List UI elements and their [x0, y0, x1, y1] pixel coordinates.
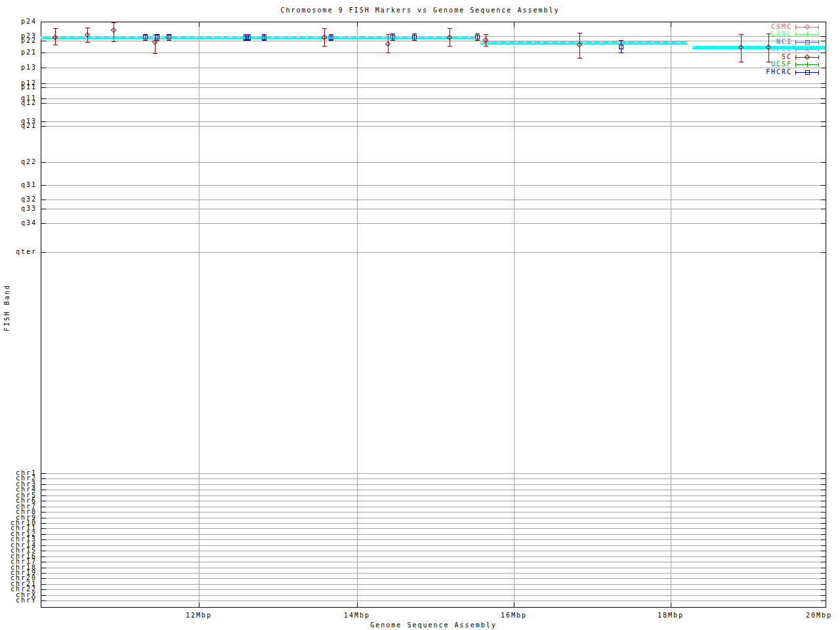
errorbar-cap: [448, 46, 452, 47]
ytick-right-q11: [821, 98, 826, 99]
gridline-q34: [41, 223, 826, 224]
ytick-left-chrX: [41, 595, 46, 596]
errorbar-cap: [329, 40, 333, 41]
chart-canvas: Chromosome 9 FISH Markers vs Genome Sequ…: [0, 0, 840, 630]
xtick-label-12Mbp: 12Mbp: [173, 612, 225, 619]
ytick-label-q33: q33: [0, 205, 37, 212]
ytick-right-chr7: [821, 507, 826, 507]
ytick-right-p13: [821, 68, 826, 68]
errorbar-cap: [390, 33, 395, 34]
gridline-q31: [41, 185, 826, 186]
errorbar-cap: [167, 40, 171, 41]
legend-cap: [818, 62, 819, 67]
ytick-right-chr22: [821, 589, 826, 590]
data-point-FHCRC: [390, 35, 395, 39]
errorbar-cap: [53, 28, 58, 29]
xtick-label-16Mbp: 16Mbp: [488, 612, 540, 619]
data-point-FHCRC: [155, 35, 159, 39]
gridline-12Mbp: [199, 22, 200, 607]
errorbar-cap: [484, 34, 488, 35]
legend-sample-SC: [795, 54, 819, 61]
ytick-left-p12: [41, 83, 46, 84]
legend-label-FHCRC: FHCRC: [722, 69, 792, 75]
legend-label-UCSF: UCSF: [722, 61, 792, 68]
ytick-left-qter: [41, 252, 46, 253]
x-axis-label: Genome Sequence Assembly: [41, 622, 826, 629]
legend-label-LANL: LANL: [722, 31, 792, 37]
legend-sample-UCSF: [795, 61, 819, 68]
errorbar-cap: [412, 33, 417, 34]
ytick-left-q32: [41, 200, 46, 200]
xtick-bottom-12Mbp: [199, 602, 200, 607]
assembly-band-segment-2: [480, 41, 687, 45]
ytick-right-chr11: [821, 528, 826, 529]
ytick-left-chr18: [41, 568, 46, 568]
xtick-bottom-18Mbp: [671, 602, 671, 607]
ytick-left-chr4: [41, 490, 46, 490]
ytick-left-chr21: [41, 584, 46, 585]
errorbar-cap: [143, 40, 148, 41]
legend-cap: [818, 70, 819, 75]
errorbar-cap: [412, 40, 417, 41]
gridline-q32: [41, 200, 826, 200]
ytick-right-chr2: [821, 478, 826, 479]
errorbar-cap: [578, 33, 582, 33]
gridline-chr18: [41, 568, 826, 568]
ytick-label-qter: qter: [0, 249, 37, 255]
data-point-FHCRC: [262, 35, 266, 40]
ytick-label-chrY: chrY: [0, 597, 37, 604]
ytick-left-q12: [41, 103, 46, 104]
legend-cap: [795, 25, 796, 30]
gridline-chr6: [41, 501, 826, 501]
ytick-right-q21: [821, 126, 826, 127]
ytick-right-q33: [821, 209, 826, 209]
ytick-left-chr16: [41, 556, 46, 557]
ytick-right-chr16: [821, 556, 826, 557]
ytick-right-chr5: [821, 495, 826, 496]
legend-cap: [795, 40, 796, 45]
xtick-label-14Mbp: 14Mbp: [331, 612, 383, 619]
legend-sample-LANL: [795, 31, 819, 38]
ytick-left-chr12: [41, 534, 46, 535]
ytick-left-q11: [41, 98, 46, 99]
legend-cap: [795, 55, 796, 60]
errorbar-cap: [153, 53, 158, 54]
gridline-chr14: [41, 545, 826, 546]
data-point-FHCRC: [167, 35, 171, 39]
legend-cap: [795, 62, 796, 67]
gridline-chr19: [41, 573, 826, 574]
chart-title: Chromosome 9 FISH Markers vs Genome Sequ…: [0, 7, 840, 14]
plot-border: [41, 22, 826, 608]
ytick-left-chr20: [41, 578, 46, 579]
legend-marker-SC: [805, 54, 810, 60]
xtick-top-14Mbp: [357, 22, 358, 27]
ytick-left-chr9: [41, 518, 46, 518]
errorbar-cap: [475, 33, 480, 34]
gridline-p22: [41, 41, 826, 41]
y-axis-label: FISH Band: [4, 282, 10, 334]
ytick-left-chr22: [41, 589, 46, 590]
errorbar-cap: [386, 34, 390, 35]
errorbar-cap: [386, 52, 390, 53]
ytick-left-q13: [41, 121, 46, 122]
errorbar-cap: [619, 40, 623, 41]
gridline-chr22: [41, 589, 826, 590]
ytick-right-q12: [821, 103, 826, 104]
ytick-label-q32: q32: [0, 196, 37, 203]
ytick-right-chr18: [821, 568, 826, 568]
legend-label-NCI: NCI: [722, 39, 792, 45]
assembly-band-dash-overlay: [692, 47, 826, 47]
errorbar-cap: [390, 40, 395, 41]
ytick-right-chr9: [821, 518, 826, 518]
assembly-band-segment-1: [41, 36, 474, 39]
ytick-left-q33: [41, 209, 46, 209]
data-point-FHCRC: [412, 35, 417, 39]
legend-cap: [818, 25, 819, 30]
ytick-label-q21: q21: [0, 123, 37, 129]
ytick-left-chr11: [41, 528, 46, 529]
ytick-left-chr14: [41, 545, 46, 546]
gridline-chr16: [41, 556, 826, 557]
ytick-right-chr13: [821, 539, 826, 540]
ytick-right-chr6: [821, 501, 826, 501]
errorbar-cap: [619, 52, 623, 53]
